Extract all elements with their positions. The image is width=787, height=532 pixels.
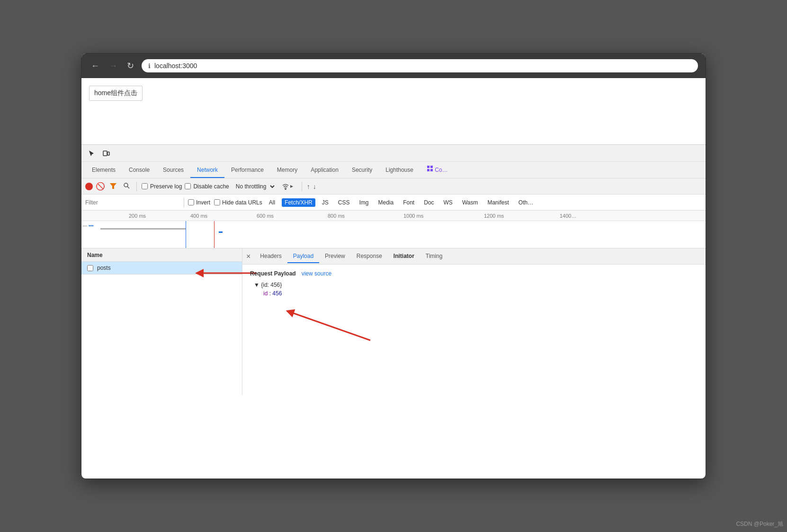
page-content: home组件点击 [81,78,706,144]
timeline-area: 200 ms 400 ms 600 ms 800 ms 1000 ms 1200… [81,211,706,248]
request-checkbox[interactable] [87,265,93,271]
filter-manifest[interactable]: Manifest [484,198,511,207]
disable-cache-input[interactable] [185,183,191,189]
main-split: Name posts [81,248,706,395]
filter-other[interactable]: Oth… [516,198,536,207]
upload-button[interactable]: ↑ [307,183,310,190]
tab-sources[interactable]: Sources [156,163,190,178]
browser-chrome: ← → ↻ ℹ localhost:3000 [81,53,706,78]
detail-tab-preview[interactable]: Preview [319,250,351,263]
payload-object: ▼ {id: 456} id : 456 [254,282,698,297]
detail-tabs: × Headers Payload Preview Response Initi… [242,248,706,265]
svg-line-8 [127,186,129,188]
filter-img[interactable]: Img [356,198,371,207]
requests-header: Name [81,248,242,262]
clear-button[interactable]: 🚫 [96,183,105,190]
payload-id-line: id : 456 [263,290,698,297]
requests-pane: Name posts [81,248,242,395]
filter-font[interactable]: Font [400,198,417,207]
tab-performance[interactable]: Performance [224,163,270,178]
device-toolbar-btn[interactable] [99,148,113,159]
svg-rect-1 [107,152,109,155]
devtools-panel: Elements Console Sources Network Perform… [81,144,706,395]
view-source-link[interactable]: view source [302,270,331,277]
tab-security[interactable]: Security [345,163,379,178]
record-button[interactable] [85,183,93,190]
info-icon: ℹ [148,62,151,70]
detail-tab-timing[interactable]: Timing [420,250,448,263]
tab-elements[interactable]: Elements [85,163,122,178]
filter-divider [184,198,184,207]
timeline-ruler: 200 ms 400 ms 600 ms 800 ms 1000 ms 1200… [81,211,706,221]
back-button[interactable]: ← [89,59,101,73]
forward-button[interactable]: → [107,59,119,73]
preserve-log-checkbox[interactable]: Preserve log [142,183,182,190]
timeline-body: — ▪▪▪ [81,221,706,248]
filter-css[interactable]: CSS [335,198,353,207]
svg-line-14 [290,312,370,340]
filter-ws[interactable]: WS [441,198,456,207]
tab-network[interactable]: Network [190,163,224,178]
throttle-select[interactable]: No throttling [232,182,276,191]
tab-memory[interactable]: Memory [270,163,304,178]
disable-cache-checkbox[interactable]: Disable cache [185,183,229,190]
detail-tab-headers[interactable]: Headers [254,250,287,263]
detail-tab-initiator[interactable]: Initiator [388,250,420,263]
timeline-bar-1 [100,228,186,230]
filter-doc[interactable]: Doc [421,198,437,207]
filter-js[interactable]: JS [319,198,331,207]
table-row[interactable]: posts [81,262,242,275]
address-bar: ℹ localhost:3000 [142,59,698,72]
filter-bar: Invert Hide data URLs All Fetch/XHR JS C… [81,195,706,211]
filter-fetch-xhr[interactable]: Fetch/XHR [282,198,315,207]
browser-window: ← → ↻ ℹ localhost:3000 home组件点击 Elements… [81,53,706,479]
tab-console[interactable]: Console [122,163,156,178]
address-text[interactable]: localhost:3000 [154,62,197,70]
timeline-minimap: — ▪▪▪ [82,223,94,228]
invert-checkbox[interactable]: Invert [188,199,210,206]
preserve-log-input[interactable] [142,183,148,189]
element-picker-btn[interactable] [85,148,98,159]
toolbar-divider-2 [302,182,302,191]
hide-data-urls-checkbox[interactable]: Hide data URLs [214,199,262,206]
search-button[interactable] [121,181,132,191]
filter-all[interactable]: All [266,198,278,207]
filter-media[interactable]: Media [375,198,396,207]
invert-input[interactable] [188,199,194,205]
hide-data-urls-input[interactable] [214,199,220,205]
reload-button[interactable]: ↻ [125,59,136,73]
payload-title: Request Payload view source [250,270,698,277]
svg-rect-5 [430,169,433,171]
detail-content: Request Payload view source ▼ {id: 456} … [242,265,706,395]
arrow-annotation-2 [280,307,375,346]
close-detail-button[interactable]: × [246,253,254,260]
tab-more[interactable]: Co… [420,162,455,178]
svg-marker-6 [110,183,116,189]
detail-tab-payload[interactable]: Payload [287,250,319,263]
tab-lighthouse[interactable]: Lighthouse [379,163,420,178]
timeline-bar-2 [219,231,223,233]
tab-application[interactable]: Application [304,163,345,178]
wifi-settings-btn[interactable] [279,181,297,192]
svg-rect-4 [427,169,429,171]
home-button[interactable]: home组件点击 [89,86,143,101]
download-button[interactable]: ↓ [313,183,316,190]
svg-rect-2 [427,166,429,168]
devtools-toolbar [81,145,706,162]
svg-rect-0 [103,151,107,156]
detail-tab-response[interactable]: Response [351,250,388,263]
network-toolbar: 🚫 Preserve log Disable cache No throttli… [81,178,706,195]
toolbar-divider-1 [136,182,137,191]
filter-button[interactable] [108,182,118,191]
svg-point-9 [285,189,286,190]
csdn-watermark: CSDN @Poker_旭 [736,520,783,528]
filter-wasm[interactable]: Wasm [459,198,481,207]
timeline-red-line [214,221,215,248]
filter-input[interactable] [85,199,180,206]
svg-point-7 [124,183,128,187]
svg-marker-10 [290,185,293,188]
details-pane: × Headers Payload Preview Response Initi… [242,248,706,395]
request-name: posts [97,265,111,271]
payload-toggle[interactable]: ▼ {id: 456} [254,282,698,288]
svg-rect-3 [430,166,433,168]
